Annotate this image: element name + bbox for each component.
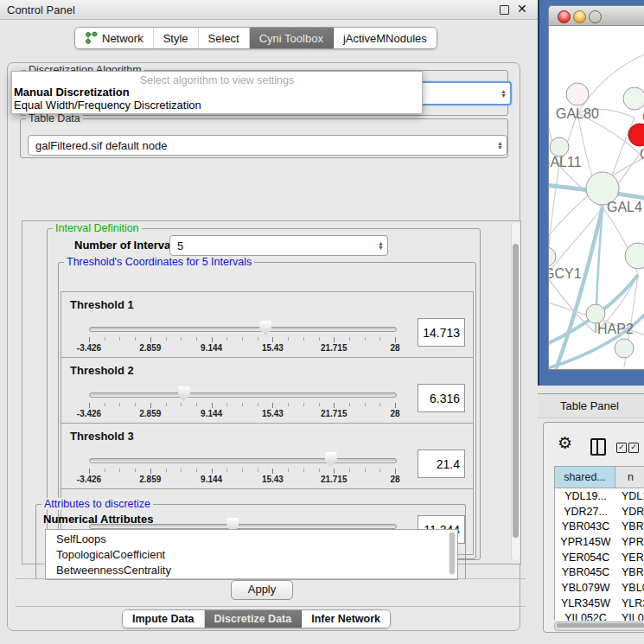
tab-cyni-toolbox[interactable]: Cyni Toolbox	[250, 28, 334, 48]
split-columns-icon[interactable]	[590, 438, 606, 456]
tick-mark	[150, 337, 151, 342]
network-node[interactable]	[586, 304, 605, 323]
combo-arrows-icon: ▲▼	[497, 136, 503, 155]
threshold-panel: Threshold 1 -3.4262.8599.14415.4321.7152…	[61, 291, 474, 358]
cell-name: YPR1	[616, 536, 644, 548]
num-intervals-combobox[interactable]: 5 ▲▼	[169, 235, 388, 256]
cell-shared-name: YBL079W	[555, 582, 616, 594]
tab-infer-network[interactable]: Infer Network	[302, 610, 390, 628]
threshold-value-field[interactable]: 6.316	[418, 384, 465, 412]
tick-mark	[89, 469, 90, 474]
attribute-list-item[interactable]: SelfLoops	[46, 532, 457, 547]
threshold-panel: Threshold 3 -3.4262.8599.14415.4321.7152…	[61, 423, 474, 489]
network-canvas[interactable]: GAL80GCGAL11GAL4GCY1HHAP2	[549, 25, 644, 369]
tick-mark	[334, 403, 335, 408]
threshold-label: Threshold 1	[70, 298, 134, 311]
tick-mark	[365, 469, 366, 472]
attribute-list-item[interactable]: TopologicalCoefficient	[46, 547, 457, 563]
scrollbar-thumb[interactable]	[513, 244, 519, 538]
cell-shared-name: YBR043C	[555, 520, 616, 532]
tick-label: 28	[373, 475, 417, 484]
tick-mark	[242, 469, 243, 472]
node-label: HAP2	[597, 322, 634, 336]
node-label: GAL4	[607, 200, 642, 214]
table-row[interactable]: YPR145WYPR1	[555, 534, 644, 550]
table-row[interactable]: YBR045CYBR0	[555, 564, 644, 580]
tick-mark	[288, 337, 289, 341]
tab-network-label: Network	[102, 32, 143, 45]
tab-impute-data[interactable]: Impute Data	[123, 610, 205, 628]
tab-jactivemnodules[interactable]: jActiveMNodules	[334, 28, 437, 48]
threshold-slider-thumb[interactable]	[178, 386, 190, 401]
threshold-slider-track[interactable]	[89, 458, 397, 463]
table-row[interactable]: YLR345WYLR3	[555, 596, 644, 611]
tick-mark	[166, 469, 167, 472]
tick-mark	[150, 403, 151, 408]
minimize-traffic-light-icon[interactable]	[573, 10, 586, 23]
tick-mark	[395, 403, 396, 408]
gear-icon[interactable]: ⚙	[558, 433, 572, 453]
num-intervals-label: Number of Intervals	[74, 239, 180, 252]
table-row[interactable]: YDL19...YDL1	[555, 488, 644, 504]
threshold-slider-track[interactable]	[89, 392, 397, 398]
cell-shared-name: YLR345W	[555, 597, 616, 609]
network-node[interactable]	[550, 137, 569, 156]
tick-mark	[196, 337, 197, 341]
tick-label: 28	[373, 343, 417, 353]
table-row[interactable]: YBR043CYBR0	[555, 519, 644, 534]
table-data-combobox[interactable]: galFiltered.sif default node ▲▼	[28, 135, 507, 156]
tab-select[interactable]: Select	[199, 28, 250, 48]
tick-label: 28	[373, 409, 417, 418]
tab-discretize-data[interactable]: Discretize Data	[205, 610, 303, 628]
tick-mark	[226, 337, 227, 341]
popup-option-manual-discretization[interactable]: Manual Discretization	[14, 86, 130, 99]
network-node[interactable]	[625, 243, 644, 269]
threshold-value-field[interactable]: 21.4	[418, 450, 465, 478]
threshold-value-field[interactable]: 14.713	[418, 318, 465, 347]
cyni-toolbox-panel: Discretization Algorithm ▲▼ Table Data g…	[7, 62, 520, 631]
table-panel-titlebar: Table Panel	[538, 393, 644, 418]
threshold-slider-thumb[interactable]	[325, 452, 337, 467]
threshold-slider-thumb[interactable]	[259, 321, 271, 335]
table-data-group: Table Data galFiltered.sif default node …	[20, 118, 508, 158]
zoom-traffic-light-icon[interactable]	[589, 10, 602, 23]
cell-shared-name: YDR27...	[555, 506, 616, 518]
network-node[interactable]	[615, 339, 634, 358]
network-window-titlebar[interactable]	[549, 6, 644, 26]
attribute-list-item[interactable]: BetweennessCentrality	[46, 563, 457, 578]
table-row[interactable]: YBL079WYBL0	[555, 580, 644, 596]
column-header-shared-name[interactable]: shared...	[554, 466, 615, 488]
vertical-scrollbar[interactable]	[511, 223, 520, 560]
cell-name: YDR2	[616, 506, 644, 518]
close-icon[interactable]: ✕	[517, 2, 527, 16]
tab-style[interactable]: Style	[154, 28, 199, 48]
network-view-window[interactable]: GAL80GCGAL11GAL4GCY1HHAP2	[548, 5, 644, 370]
tab-network[interactable]: Network	[75, 28, 154, 48]
scrollbar-thumb[interactable]	[557, 623, 644, 628]
network-node[interactable]	[566, 83, 589, 105]
checkbox-icon[interactable]: ✓	[628, 443, 639, 453]
float-window-icon[interactable]	[500, 5, 509, 15]
table-row[interactable]: YER054CYER0	[555, 550, 644, 565]
list-scrollbar[interactable]	[449, 532, 456, 576]
table-row[interactable]: YDR27...YDR2	[555, 504, 644, 520]
close-traffic-light-icon[interactable]	[558, 10, 571, 23]
column-header-name[interactable]: n	[615, 466, 644, 488]
network-node[interactable]	[549, 247, 556, 266]
scrollbar-thumb[interactable]	[450, 532, 455, 574]
popup-option-equal-width-frequency[interactable]: Equal Width/Frequency Discretization	[14, 99, 201, 112]
table-data-title: Table Data	[26, 112, 83, 124]
apply-button[interactable]: Apply	[231, 580, 293, 600]
tick-mark	[181, 469, 182, 472]
network-node[interactable]	[623, 87, 644, 110]
tick-mark	[135, 469, 136, 472]
horizontal-scrollbar[interactable]	[554, 622, 644, 631]
table-row[interactable]: YIL052CYIL0	[555, 611, 644, 622]
numerical-attributes-list: SelfLoopsTopologicalCoefficientBetweenne…	[45, 529, 458, 580]
tick-label: 15.43	[251, 409, 294, 418]
threshold-slider-track[interactable]	[89, 327, 397, 332]
network-nodes: GAL80GCGAL11GAL4GCY1HHAP2	[549, 83, 644, 358]
checkbox-icon[interactable]: ✓	[616, 443, 627, 453]
tick-mark	[303, 469, 304, 472]
tick-mark	[288, 403, 289, 406]
